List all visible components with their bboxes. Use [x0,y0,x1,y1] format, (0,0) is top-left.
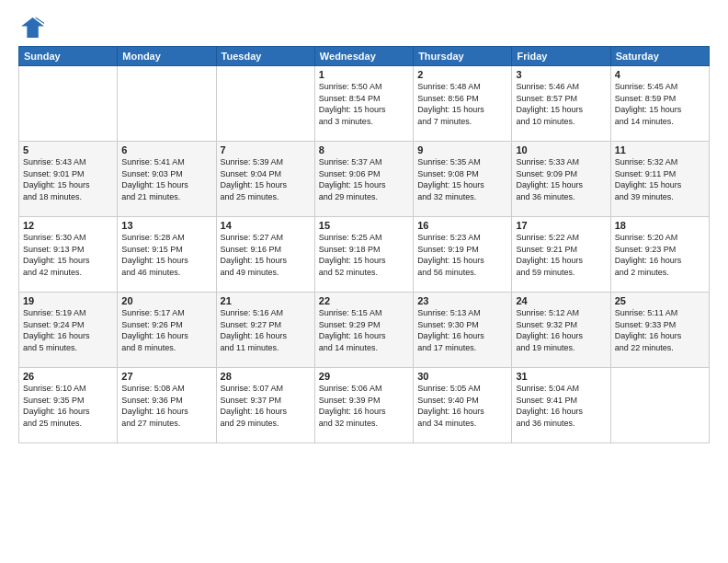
day-info: Sunrise: 5:22 AM Sunset: 9:21 PM Dayligh… [516,232,606,278]
day-info: Sunrise: 5:46 AM Sunset: 8:57 PM Dayligh… [516,81,606,127]
day-header-thursday: Thursday [414,47,512,66]
calendar-cell: 7Sunrise: 5:39 AM Sunset: 9:04 PM Daylig… [216,142,314,217]
header [18,15,710,40]
day-info: Sunrise: 5:30 AM Sunset: 9:13 PM Dayligh… [23,232,113,278]
calendar-cell: 5Sunrise: 5:43 AM Sunset: 9:01 PM Daylig… [19,142,118,217]
day-info: Sunrise: 5:19 AM Sunset: 9:24 PM Dayligh… [23,307,113,353]
calendar-cell: 21Sunrise: 5:16 AM Sunset: 9:27 PM Dayli… [216,293,314,368]
day-number: 28 [221,371,311,382]
day-number: 3 [516,69,606,80]
day-info: Sunrise: 5:04 AM Sunset: 9:41 PM Dayligh… [516,383,606,429]
calendar-cell [118,66,216,142]
day-number: 12 [23,220,113,231]
day-number: 16 [417,220,507,231]
calendar-cell: 23Sunrise: 5:13 AM Sunset: 9:30 PM Dayli… [414,293,512,368]
day-number: 29 [319,371,409,382]
day-number: 24 [516,295,606,306]
logo-icon [18,15,44,40]
calendar-cell: 10Sunrise: 5:33 AM Sunset: 9:09 PM Dayli… [512,142,610,217]
week-row-1: 1Sunrise: 5:50 AM Sunset: 8:54 PM Daylig… [19,66,710,142]
day-info: Sunrise: 5:33 AM Sunset: 9:09 PM Dayligh… [516,156,606,202]
day-number: 1 [319,69,409,80]
day-info: Sunrise: 5:41 AM Sunset: 9:03 PM Dayligh… [121,156,211,202]
calendar-cell: 18Sunrise: 5:20 AM Sunset: 9:23 PM Dayli… [610,217,709,293]
calendar-cell: 19Sunrise: 5:19 AM Sunset: 9:24 PM Dayli… [19,293,118,368]
day-info: Sunrise: 5:15 AM Sunset: 9:29 PM Dayligh… [319,307,409,353]
calendar-cell: 12Sunrise: 5:30 AM Sunset: 9:13 PM Dayli… [19,217,118,293]
day-header-saturday: Saturday [610,47,709,66]
day-number: 5 [23,144,113,155]
calendar-cell: 24Sunrise: 5:12 AM Sunset: 9:32 PM Dayli… [512,293,610,368]
calendar-cell: 25Sunrise: 5:11 AM Sunset: 9:33 PM Dayli… [610,293,709,368]
calendar-cell: 3Sunrise: 5:46 AM Sunset: 8:57 PM Daylig… [512,66,610,142]
day-info: Sunrise: 5:27 AM Sunset: 9:16 PM Dayligh… [221,232,311,278]
day-info: Sunrise: 5:50 AM Sunset: 8:54 PM Dayligh… [319,81,409,127]
days-header-row: SundayMondayTuesdayWednesdayThursdayFrid… [19,47,710,66]
day-number: 18 [615,220,705,231]
calendar-cell: 27Sunrise: 5:08 AM Sunset: 9:36 PM Dayli… [118,368,216,443]
calendar-cell: 17Sunrise: 5:22 AM Sunset: 9:21 PM Dayli… [512,217,610,293]
day-info: Sunrise: 5:25 AM Sunset: 9:18 PM Dayligh… [319,232,409,278]
day-number: 10 [516,144,606,155]
calendar-cell [19,66,118,142]
calendar-cell: 16Sunrise: 5:23 AM Sunset: 9:19 PM Dayli… [414,217,512,293]
day-info: Sunrise: 5:48 AM Sunset: 8:56 PM Dayligh… [417,81,507,127]
day-number: 23 [417,295,507,306]
day-header-tuesday: Tuesday [216,47,314,66]
day-number: 4 [615,69,705,80]
week-row-3: 12Sunrise: 5:30 AM Sunset: 9:13 PM Dayli… [19,217,710,293]
calendar-cell: 2Sunrise: 5:48 AM Sunset: 8:56 PM Daylig… [414,66,512,142]
day-number: 30 [417,371,507,382]
logo [18,15,48,40]
calendar-cell: 20Sunrise: 5:17 AM Sunset: 9:26 PM Dayli… [118,293,216,368]
day-info: Sunrise: 5:43 AM Sunset: 9:01 PM Dayligh… [23,156,113,202]
day-info: Sunrise: 5:23 AM Sunset: 9:19 PM Dayligh… [417,232,507,278]
calendar-cell [610,368,709,443]
calendar-cell: 13Sunrise: 5:28 AM Sunset: 9:15 PM Dayli… [118,217,216,293]
day-header-friday: Friday [512,47,610,66]
calendar-cell: 15Sunrise: 5:25 AM Sunset: 9:18 PM Dayli… [314,217,413,293]
day-info: Sunrise: 5:35 AM Sunset: 9:08 PM Dayligh… [417,156,507,202]
calendar-cell: 28Sunrise: 5:07 AM Sunset: 9:37 PM Dayli… [216,368,314,443]
day-info: Sunrise: 5:17 AM Sunset: 9:26 PM Dayligh… [121,307,211,353]
calendar-cell: 31Sunrise: 5:04 AM Sunset: 9:41 PM Dayli… [512,368,610,443]
calendar-cell: 29Sunrise: 5:06 AM Sunset: 9:39 PM Dayli… [314,368,413,443]
day-number: 13 [121,220,211,231]
day-number: 27 [121,371,211,382]
day-info: Sunrise: 5:07 AM Sunset: 9:37 PM Dayligh… [221,383,311,429]
calendar-cell [216,66,314,142]
day-info: Sunrise: 5:12 AM Sunset: 9:32 PM Dayligh… [516,307,606,353]
day-number: 11 [615,144,705,155]
week-row-4: 19Sunrise: 5:19 AM Sunset: 9:24 PM Dayli… [19,293,710,368]
calendar-cell: 1Sunrise: 5:50 AM Sunset: 8:54 PM Daylig… [314,66,413,142]
day-info: Sunrise: 5:45 AM Sunset: 8:59 PM Dayligh… [615,81,705,127]
week-row-2: 5Sunrise: 5:43 AM Sunset: 9:01 PM Daylig… [19,142,710,217]
calendar-cell: 22Sunrise: 5:15 AM Sunset: 9:29 PM Dayli… [314,293,413,368]
day-header-sunday: Sunday [19,47,118,66]
calendar-cell: 8Sunrise: 5:37 AM Sunset: 9:06 PM Daylig… [314,142,413,217]
day-info: Sunrise: 5:11 AM Sunset: 9:33 PM Dayligh… [615,307,705,353]
calendar-cell: 30Sunrise: 5:05 AM Sunset: 9:40 PM Dayli… [414,368,512,443]
day-info: Sunrise: 5:10 AM Sunset: 9:35 PM Dayligh… [23,383,113,429]
day-info: Sunrise: 5:28 AM Sunset: 9:15 PM Dayligh… [121,232,211,278]
day-number: 15 [319,220,409,231]
day-number: 14 [221,220,311,231]
day-number: 21 [221,295,311,306]
day-number: 20 [121,295,211,306]
day-info: Sunrise: 5:20 AM Sunset: 9:23 PM Dayligh… [615,232,705,278]
day-number: 7 [221,144,311,155]
day-number: 2 [417,69,507,80]
day-info: Sunrise: 5:05 AM Sunset: 9:40 PM Dayligh… [417,383,507,429]
calendar-cell: 26Sunrise: 5:10 AM Sunset: 9:35 PM Dayli… [19,368,118,443]
calendar: SundayMondayTuesdayWednesdayThursdayFrid… [18,46,710,443]
day-header-monday: Monday [118,47,216,66]
day-number: 26 [23,371,113,382]
calendar-cell: 9Sunrise: 5:35 AM Sunset: 9:08 PM Daylig… [414,142,512,217]
day-number: 31 [516,371,606,382]
day-number: 22 [319,295,409,306]
week-row-5: 26Sunrise: 5:10 AM Sunset: 9:35 PM Dayli… [19,368,710,443]
day-info: Sunrise: 5:32 AM Sunset: 9:11 PM Dayligh… [615,156,705,202]
page: SundayMondayTuesdayWednesdayThursdayFrid… [0,0,728,563]
day-info: Sunrise: 5:39 AM Sunset: 9:04 PM Dayligh… [221,156,311,202]
day-info: Sunrise: 5:37 AM Sunset: 9:06 PM Dayligh… [319,156,409,202]
